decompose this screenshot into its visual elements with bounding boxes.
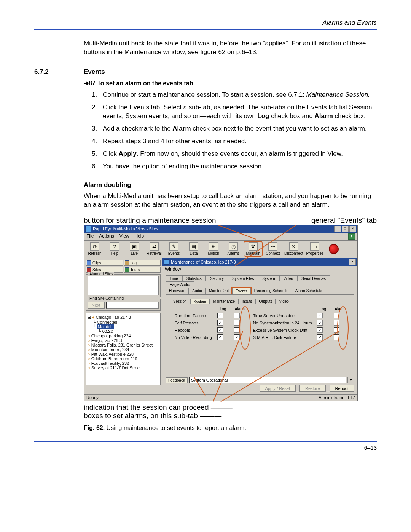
- alarms-button[interactable]: ◎Alarms: [225, 242, 242, 256]
- menu-view[interactable]: View: [119, 233, 129, 240]
- refresh-button[interactable]: ⟳Refresh: [86, 242, 103, 256]
- find-site-input[interactable]: [106, 302, 159, 309]
- annotation-alarm-column-left: [239, 306, 251, 350]
- event-no-sync: No Synchronization in 24 Hours: [253, 321, 312, 325]
- subtab-maintenance[interactable]: Maintenance: [210, 299, 238, 304]
- app-icon: [85, 226, 91, 232]
- event-time-server: Time Server Unusable: [253, 313, 312, 318]
- alarm-checkbox[interactable]: [234, 320, 240, 326]
- callout-bottom-2: boxes to set alarms, on this sub-tab ———: [84, 412, 377, 420]
- log-checkbox[interactable]: [217, 334, 223, 340]
- log-checkbox[interactable]: [317, 313, 323, 318]
- event-no-video-recording: No Video Recording: [175, 335, 212, 340]
- step-5: Click Apply. From now on, should these e…: [99, 150, 377, 158]
- menu-file[interactable]: FFileile: [86, 233, 94, 240]
- live-button[interactable]: ▣Live: [126, 242, 143, 256]
- subtab-inputs[interactable]: Inputs: [238, 299, 255, 304]
- tab-time[interactable]: Time: [166, 275, 182, 281]
- next-button[interactable]: Next: [88, 302, 105, 309]
- running-header: Alarms and Events: [34, 19, 377, 27]
- tab-clips[interactable]: Clips: [86, 260, 123, 266]
- events-panel: Session System Maintenance Inputs Output…: [166, 294, 354, 375]
- tab-events[interactable]: Events: [232, 288, 251, 294]
- tab-video[interactable]: Video: [279, 275, 297, 281]
- footer-rule: [34, 441, 377, 442]
- callout-top-right: general "Events" tab: [311, 216, 377, 225]
- subtab-system[interactable]: System: [190, 299, 210, 304]
- tree-selected-maintain[interactable]: Maintain: [97, 324, 115, 329]
- feedback-dropdown-icon[interactable]: ▾: [347, 377, 354, 383]
- event-self-restarts: Self Restarts: [175, 321, 212, 325]
- tab-security[interactable]: Security: [206, 275, 228, 281]
- step-4: Repeat steps 3 and 4 for other events, a…: [99, 137, 377, 146]
- subtab-session[interactable]: Session: [170, 299, 190, 304]
- col-log-header: Log: [217, 307, 229, 311]
- event-clock-drift: Excessive System Clock Drift: [253, 328, 312, 332]
- feedback-label: Feedback: [166, 377, 188, 383]
- events-button[interactable]: ✎Events: [166, 242, 182, 256]
- maintenance-menubar[interactable]: Window: [162, 266, 357, 273]
- new-icon[interactable]: ✦: [348, 233, 355, 240]
- log-checkbox[interactable]: [317, 334, 323, 340]
- tab-log[interactable]: Log: [124, 260, 161, 266]
- alarmed-sites-list[interactable]: [88, 276, 159, 295]
- minimize-button[interactable]: _: [334, 226, 341, 232]
- maintain-button[interactable]: ⚒Maintain: [245, 242, 261, 256]
- page-number: 6–13: [34, 444, 377, 451]
- alarm-checkbox[interactable]: [234, 313, 240, 318]
- intro-paragraph: Multi-Media unit back to the state that …: [84, 39, 377, 57]
- log-checkbox[interactable]: [317, 327, 323, 333]
- tab-statistics[interactable]: Statistics: [182, 275, 206, 281]
- tab-audio[interactable]: Audio: [189, 288, 206, 294]
- menu-actions[interactable]: Actions: [99, 233, 114, 240]
- tab-tours[interactable]: Tours: [124, 267, 161, 273]
- reboot-button[interactable]: Reboot: [330, 385, 354, 392]
- window-titlebar[interactable]: Rapid Eye Multi-Media View - Sites _ □ ×: [84, 225, 357, 233]
- maximize-button[interactable]: □: [342, 226, 349, 232]
- menubar[interactable]: FFileile Actions View Help ✦: [84, 233, 357, 241]
- callout-bottom-1: indication that the session can proceed …: [84, 403, 377, 412]
- retrieval-button[interactable]: ⇄Retrieval: [146, 242, 162, 256]
- motion-button[interactable]: ≋Motion: [205, 242, 222, 256]
- tab-monitor-out[interactable]: Monitor Out: [206, 288, 232, 294]
- alarm-checkbox[interactable]: [234, 327, 240, 333]
- find-site-label: Find Site Containing: [88, 296, 125, 300]
- tab-alarm-schedule[interactable]: Alarm Schedule: [292, 288, 326, 294]
- tab-eagle-audio[interactable]: Eagle Audio: [166, 281, 194, 288]
- figure-number: Fig. 62.: [84, 425, 105, 431]
- connect-button[interactable]: ⤳Connect: [264, 242, 281, 256]
- maintenance-subwindow: Maintenance of Chicago, lab 217-3 × Wind…: [162, 258, 357, 394]
- restore-button[interactable]: Restore: [299, 385, 326, 392]
- tab-hardware[interactable]: Hardware: [166, 288, 189, 294]
- procedure-title: ➜87 To set an alarm on the events tab: [84, 80, 377, 87]
- event-reboots: Reboots: [175, 328, 212, 332]
- maintenance-close-button[interactable]: ×: [349, 259, 356, 265]
- properties-button[interactable]: ▭Properties: [306, 242, 323, 256]
- maintenance-title: Maintenance of Chicago, lab 217-3: [171, 260, 236, 264]
- tab-system[interactable]: System: [258, 275, 279, 281]
- tab-system-files[interactable]: System Files: [228, 275, 258, 281]
- apply-reset-button[interactable]: Apply / Reset: [260, 385, 296, 392]
- menu-help[interactable]: Help: [135, 233, 144, 240]
- tab-recording-schedule[interactable]: Recording Schedule: [251, 288, 292, 294]
- step-1-text: Continue or start a maintenance session.…: [103, 91, 306, 98]
- log-checkbox[interactable]: [217, 320, 223, 326]
- log-checkbox[interactable]: [217, 327, 223, 333]
- data-button[interactable]: ▤Data: [185, 242, 202, 256]
- sites-tree[interactable]: ⊟ ● Chicago, lab 217-3 └ Connected └ Mai…: [86, 313, 161, 385]
- subtab-outputs[interactable]: Outputs: [255, 299, 276, 304]
- status-ready: Ready: [86, 395, 99, 400]
- alarm-checkbox[interactable]: [234, 334, 240, 340]
- status-user: Administrator: [319, 395, 343, 400]
- tab-serial[interactable]: Serial Devices: [297, 275, 330, 281]
- step-1-ref: Maintenance Session.: [306, 91, 370, 98]
- subtab-video[interactable]: Video: [276, 299, 292, 304]
- disconnect-button[interactable]: ⤲Disconnect: [284, 242, 303, 256]
- close-button[interactable]: ×: [349, 226, 356, 232]
- log-checkbox[interactable]: [317, 320, 323, 326]
- header-rule: [34, 29, 377, 30]
- figure-screenshot: Rapid Eye Multi-Media View - Sites _ □ ×…: [84, 225, 358, 401]
- help-button[interactable]: ?Help: [106, 242, 123, 256]
- window-title: Rapid Eye Multi-Media View - Sites: [93, 227, 158, 231]
- log-checkbox[interactable]: [217, 313, 223, 318]
